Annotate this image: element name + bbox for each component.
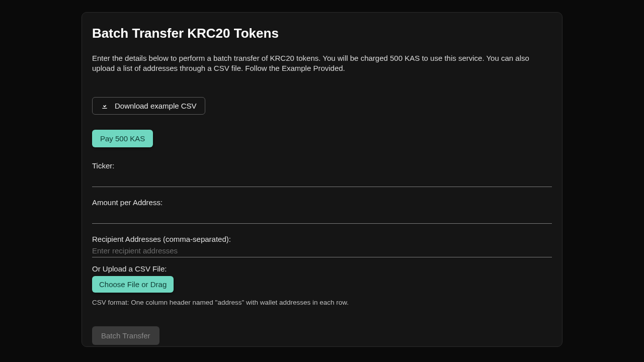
- download-example-csv-button[interactable]: Download example CSV: [92, 97, 205, 115]
- choose-file-button[interactable]: Choose File or Drag: [92, 276, 174, 293]
- ticker-input[interactable]: [92, 172, 552, 187]
- download-example-csv-label: Download example CSV: [115, 102, 197, 110]
- recipients-label: Recipient Addresses (comma-separated):: [92, 235, 552, 243]
- csv-format-hint: CSV format: One column header named "add…: [92, 299, 552, 306]
- page-title: Batch Transfer KRC20 Tokens: [92, 26, 552, 41]
- download-icon: [101, 102, 109, 110]
- pay-button[interactable]: Pay 500 KAS: [92, 130, 153, 147]
- upload-csv-label: Or Upload a CSV File:: [92, 264, 552, 273]
- page-description: Enter the details below to perform a bat…: [92, 53, 550, 74]
- amount-input[interactable]: [92, 209, 552, 224]
- batch-transfer-button[interactable]: Batch Transfer: [92, 326, 159, 345]
- recipients-input[interactable]: [92, 245, 552, 257]
- ticker-label: Ticker:: [92, 161, 552, 170]
- amount-label: Amount per Address:: [92, 198, 552, 207]
- batch-transfer-card: Batch Transfer KRC20 Tokens Enter the de…: [82, 12, 562, 347]
